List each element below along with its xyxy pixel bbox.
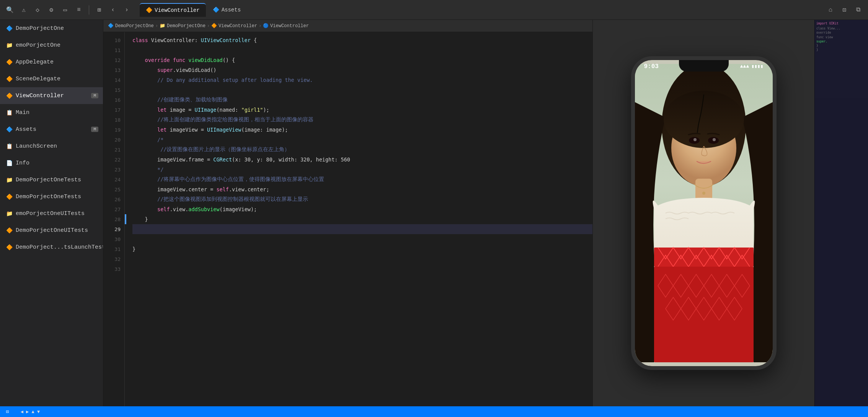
code-line-12: override func viewDidLoad() {	[132, 55, 592, 65]
right-mini-panel: import UIKit class View... override func…	[814, 20, 868, 406]
code-line-13: super.viewDidLoad()	[132, 65, 592, 75]
tab-viewcontroller-icon: 🔶	[146, 7, 152, 13]
toolbar-icon-diamond[interactable]: ◇	[32, 5, 43, 15]
code-line-29	[132, 224, 592, 234]
bc-folder-icon: 📁	[160, 23, 165, 29]
code-line-17: let image = UIImage(named: "girl1");	[132, 105, 592, 115]
sidebar-item-3[interactable]: 🔶 SceneDelegate	[0, 70, 103, 87]
sidebar-label-0: DemoPorjectOne	[16, 25, 64, 32]
code-line-14: // Do any additional setup after loading…	[132, 75, 592, 85]
toolbar-layout-icon[interactable]: ⧉	[853, 5, 863, 15]
sidebar-item-7[interactable]: 📋 LaunchScreen	[0, 138, 103, 155]
code-line-23: */	[132, 165, 592, 174]
toolbar-icon-rect[interactable]: ▭	[60, 5, 70, 15]
code-line-16: //创建图像类、加载绘制图像	[132, 95, 592, 105]
status-bar: ⊡ ◀ ▶ ▲ ▼	[0, 406, 868, 417]
sidebar-item-2[interactable]: 🔶 AppDelegate	[0, 54, 103, 70]
sidebar-item-6[interactable]: 🔷 Assets M	[0, 121, 103, 138]
line-num-24: 24	[103, 174, 124, 184]
svg-rect-9	[654, 248, 754, 267]
code-line-25: imageView.center = self.view.center;	[132, 184, 592, 194]
line-num-14: 14	[103, 75, 124, 85]
sidebar-icon-4: 🔶	[6, 93, 13, 99]
code-line-26: //把这个图像视图添加到视图控制器根视图就可以在屏幕上显示	[132, 194, 592, 204]
sidebar-label-12: DemoPorjectOneUITests	[16, 227, 88, 234]
sidebar-icon-2: 🔶	[6, 59, 13, 65]
phone-frame: 9:03 ▲▲▲ ▮▮▮▮	[631, 56, 777, 370]
status-controls: ◀ ▶ ▲ ▼	[21, 409, 40, 415]
status-text: ⊡	[6, 409, 15, 415]
toolbar-home-icon[interactable]: ⌂	[825, 5, 836, 15]
toolbar-divider-1	[89, 5, 89, 15]
simulator-panel: 9:03 ▲▲▲ ▮▮▮▮	[592, 20, 814, 406]
toolbar-screenshot-icon[interactable]: ⊡	[839, 5, 850, 15]
toolbar-icon-lines[interactable]: ≡	[73, 5, 84, 15]
sidebar-icon-9: 📁	[6, 177, 13, 183]
tab-viewcontroller-label: ViewController	[155, 7, 200, 13]
code-line-31: }	[132, 244, 592, 254]
tab-assets[interactable]: 🔷 Assets	[207, 3, 247, 17]
code-line-33	[132, 264, 592, 274]
line-num-11: 11	[103, 45, 124, 55]
line-numbers: 10 11 12 13 14 15 16 17 18 19 20 21 22 2…	[103, 32, 125, 406]
code-line-28: }	[132, 214, 592, 224]
editor-area: 🔷 DemoPorjectOne › 📁 DemoPorjectOne › 🔶 …	[103, 20, 592, 406]
code-line-27: self.view.addSubview(imageView);	[132, 204, 592, 214]
svg-rect-10	[654, 267, 754, 362]
girl-svg	[635, 64, 773, 362]
sidebar-item-11[interactable]: 📁 emoPorjectOneUITests	[0, 205, 103, 222]
code-line-30	[132, 234, 592, 244]
toolbar-icon-gear[interactable]: ⚙	[46, 5, 57, 15]
line-num-29: 29	[103, 224, 124, 234]
sidebar-item-13[interactable]: 🔶 DemoPorject...tsLaunchTests	[0, 239, 103, 256]
sidebar-icon-7: 📋	[6, 143, 13, 150]
toolbar-nav-back[interactable]: ‹	[108, 5, 118, 15]
bc-file-icon: 🔶	[211, 23, 217, 29]
sidebar-item-0[interactable]: 🔷 DemoPorjectOne	[0, 20, 103, 37]
sidebar-item-4[interactable]: 🔶 ViewController M	[0, 87, 103, 104]
tab-viewcontroller[interactable]: 🔶 ViewController	[140, 3, 206, 17]
code-line-10: class ViewController: UIViewController {	[132, 35, 592, 45]
phone-status-icons: ▲▲▲ ▮▮▮▮	[740, 63, 764, 69]
top-toolbar: 🔍 ⚠ ◇ ⚙ ▭ ≡ ⊞ ‹ › 🔶 ViewController 🔷 Ass…	[0, 0, 868, 20]
bc-project-name: DemoPorjectOne	[115, 23, 154, 29]
line-num-16: 16	[103, 95, 124, 105]
line-num-18: 18	[103, 115, 124, 125]
line-num-12: 12	[103, 55, 124, 65]
toolbar-nav-forward[interactable]: ›	[121, 5, 132, 15]
sidebar-icon-1: 📁	[6, 42, 13, 49]
sidebar-label-5: Main	[16, 109, 29, 116]
code-line-11	[132, 45, 592, 55]
sidebar-label-7: LaunchScreen	[16, 143, 57, 150]
sidebar-item-8[interactable]: 📄 Info	[0, 155, 103, 171]
svg-point-7	[693, 138, 697, 141]
sidebar-icon-6: 🔷	[6, 126, 13, 133]
sidebar-label-1: emoPorjectOne	[16, 42, 60, 49]
code-line-21: //设置图像在图片上的显示（图像坐标原点在左上角）	[132, 145, 592, 155]
code-editor[interactable]: 10 11 12 13 14 15 16 17 18 19 20 21 22 2…	[103, 32, 592, 406]
phone-content	[635, 60, 773, 366]
sidebar-item-10[interactable]: 🔶 DemoPorjectOneTests	[0, 188, 103, 205]
code-lines[interactable]: class ViewController: UIViewController {…	[126, 32, 592, 406]
toolbar-icon-warning[interactable]: ⚠	[18, 5, 29, 15]
line-num-25: 25	[103, 184, 124, 194]
line-num-17: 17	[103, 105, 124, 115]
line-num-32: 32	[103, 254, 124, 264]
sidebar-item-9[interactable]: 📁 DemoPorjectOneTests	[0, 171, 103, 188]
toolbar-right: ⌂ ⊡ ⧉	[825, 5, 863, 15]
main-area: 🔷 DemoPorjectOne 📁 emoPorjectOne 🔶 AppDe…	[0, 20, 868, 406]
breadcrumb: 🔷 DemoPorjectOne › 📁 DemoPorjectOne › 🔶 …	[103, 20, 592, 32]
sidebar-item-1[interactable]: 📁 emoPorjectOne	[0, 37, 103, 54]
code-line-19: let imageView = UIImageView(image: image…	[132, 125, 592, 135]
bc-class-name: ViewController	[270, 23, 309, 29]
sidebar-item-12[interactable]: 🔶 DemoPorjectOneUITests	[0, 222, 103, 239]
toolbar-icon-grid[interactable]: ⊞	[94, 5, 104, 15]
code-line-15	[132, 85, 592, 95]
sidebar-label-13: DemoPorject...tsLaunchTests	[16, 244, 103, 251]
sidebar-item-5[interactable]: 📋 Main	[0, 104, 103, 121]
bc-project-icon: 🔷	[108, 23, 114, 29]
code-line-32	[132, 254, 592, 264]
line-num-31: 31	[103, 244, 124, 254]
bc-sep-3: ›	[259, 23, 261, 29]
toolbar-icon-search[interactable]: 🔍	[5, 5, 15, 15]
